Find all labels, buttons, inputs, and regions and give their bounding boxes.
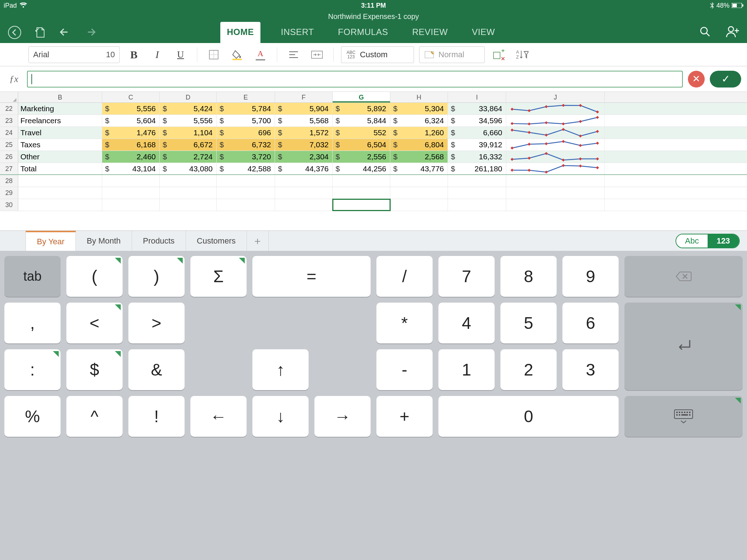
cell-empty[interactable] [390,187,448,199]
key-4[interactable]: 4 [438,303,495,343]
fill-color-button[interactable] [228,46,246,63]
key-down[interactable]: ↓ [252,396,309,437]
cell-value[interactable]: $2,460 [102,151,160,163]
row-header[interactable]: 24 [0,127,18,139]
cell-sum[interactable]: $34,596 [448,115,506,127]
confirm-formula-button[interactable]: ✓ [710,71,741,88]
cell-value[interactable]: $44,376 [275,163,333,174]
cell-value[interactable]: $5,892 [333,103,390,114]
formula-input[interactable] [27,71,683,88]
key-plus[interactable]: + [376,396,433,437]
cell-empty[interactable] [506,175,605,187]
col-header-E[interactable]: E [217,92,275,102]
key-3[interactable]: 3 [562,349,619,390]
cell-sparkline[interactable] [506,151,605,163]
cell-value[interactable]: $6,324 [390,115,448,127]
table-row[interactable]: 27Total$43,104$43,080$42,588$44,376$44,2… [0,163,747,175]
file-icon[interactable] [34,26,47,39]
mode-123[interactable]: 123 [708,234,739,248]
tab-home[interactable]: HOME [220,22,260,43]
row-header[interactable]: 30 [0,199,18,211]
key-gt[interactable]: > [128,303,185,343]
cell-value[interactable]: $5,556 [102,103,160,114]
row-header[interactable]: 25 [0,139,18,151]
cell-value[interactable]: $44,256 [333,163,390,174]
align-button[interactable] [285,46,303,63]
tab-review[interactable]: REVIEW [409,22,452,43]
cell-value[interactable]: $5,604 [102,115,160,127]
mode-abc[interactable]: Abc [676,234,708,248]
back-button[interactable] [7,25,22,40]
cell-value[interactable]: $6,504 [333,139,390,151]
keyboard-mode-toggle[interactable]: Abc 123 [676,231,740,251]
cell-empty[interactable] [275,199,333,211]
key-comma[interactable]: , [4,303,61,343]
tab-insert[interactable]: INSERT [277,22,318,43]
cell-value[interactable]: $43,080 [160,163,217,174]
key-5[interactable]: 5 [500,303,557,343]
cell-empty[interactable] [18,175,102,187]
merge-button[interactable] [308,46,326,63]
cell-label[interactable]: Marketing [18,103,102,114]
cell-value[interactable]: $552 [333,127,390,139]
key-sum[interactable]: Σ [190,256,247,297]
cell-sparkline[interactable] [506,103,605,114]
cell-empty[interactable] [333,175,390,187]
cell-empty[interactable] [275,175,333,187]
cell-sum[interactable]: $33,864 [448,103,506,114]
key-1[interactable]: 1 [438,349,495,390]
cell-empty[interactable] [102,187,160,199]
cell-sum[interactable]: $261,180 [448,163,506,174]
add-sheet-button[interactable]: ＋ [247,231,269,251]
key-0[interactable]: 0 [438,396,619,437]
col-header-F[interactable]: F [275,92,333,102]
key-caret[interactable]: ^ [66,396,123,437]
col-header-H[interactable]: H [390,92,448,102]
table-row-empty[interactable]: 30 [0,199,747,211]
cell-empty[interactable] [217,187,275,199]
borders-button[interactable] [205,46,223,63]
bold-button[interactable]: B [125,46,143,63]
key-divide[interactable]: / [376,256,433,297]
cell-empty[interactable] [448,199,506,211]
cell-value[interactable]: $2,304 [275,151,333,163]
cell-value[interactable]: $5,556 [160,115,217,127]
cell-label[interactable]: Taxes [18,139,102,151]
cell-empty[interactable] [18,187,102,199]
key-dollar[interactable]: $ [66,349,123,390]
tab-formulas[interactable]: FORMULAS [334,22,392,43]
key-colon[interactable]: : [4,349,61,390]
row-header[interactable]: 22 [0,103,18,114]
cell-sparkline[interactable] [506,163,605,174]
key-multiply[interactable]: * [376,303,433,343]
key-up[interactable]: ↑ [252,349,309,390]
cell-empty[interactable] [275,187,333,199]
col-header-J[interactable]: J [506,92,605,102]
cell-value[interactable]: $696 [217,127,275,139]
cell-empty[interactable] [448,187,506,199]
cell-value[interactable]: $1,572 [275,127,333,139]
cell-value[interactable]: $1,260 [390,127,448,139]
cell-empty[interactable] [333,199,390,211]
cancel-formula-button[interactable]: ✕ [688,71,705,88]
key-minus[interactable]: - [376,349,433,390]
cell-label[interactable]: Other [18,151,102,163]
key-2[interactable]: 2 [500,349,557,390]
cell-empty[interactable] [18,199,102,211]
cell-sparkline[interactable] [506,127,605,139]
select-all-corner[interactable] [0,92,18,102]
col-header-I[interactable]: I [448,92,506,102]
tab-view[interactable]: VIEW [468,22,499,43]
cell-value[interactable]: $5,904 [275,103,333,114]
cell-value[interactable]: $7,032 [275,139,333,151]
key-percent[interactable]: % [4,396,61,437]
key-right[interactable]: → [314,396,371,437]
cell-empty[interactable] [217,175,275,187]
number-format-picker[interactable]: ABC123 Custom [341,46,414,63]
fx-icon[interactable]: ƒx [6,74,22,85]
cell-value[interactable]: $6,804 [390,139,448,151]
row-header[interactable]: 29 [0,187,18,199]
spreadsheet-grid[interactable]: B C D E F G H I J 22Marketing$5,556$5,42… [0,92,747,230]
key-bang[interactable]: ! [128,396,185,437]
cell-value[interactable]: $1,104 [160,127,217,139]
